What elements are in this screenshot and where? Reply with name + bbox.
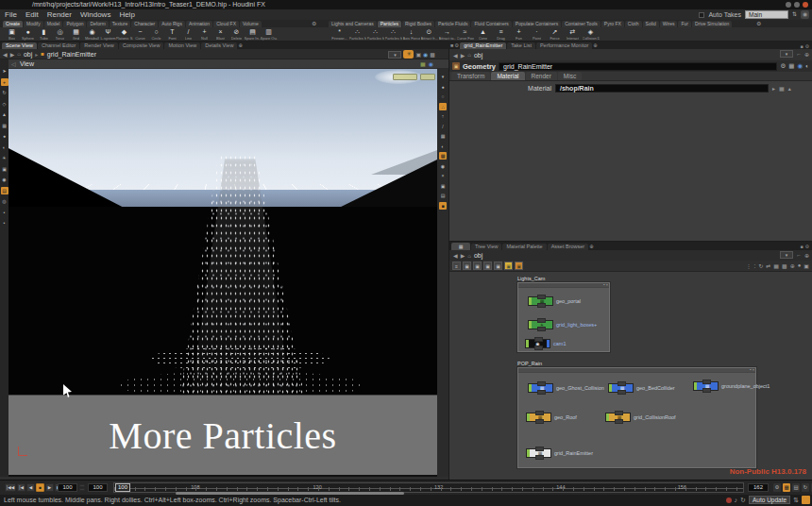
collapse-icon[interactable]: ▴ xyxy=(788,85,791,92)
shelf-tab[interactable]: Lights and Cameras xyxy=(329,21,377,27)
back-icon[interactable]: ◀ xyxy=(453,52,458,59)
shelf-tool[interactable]: ▣ Box xyxy=(4,27,20,41)
toolbar-icon[interactable]: ◇ xyxy=(1,100,8,108)
pane-tab[interactable]: grid_RainEmitter xyxy=(460,42,506,49)
shelf-tab[interactable]: Character xyxy=(131,21,158,27)
shelf-tab[interactable]: Wires xyxy=(660,21,678,27)
toolbar-icon[interactable]: ▾ xyxy=(439,73,447,80)
shelf-tool[interactable]: ▥ Spare Ou... xyxy=(261,27,277,41)
camera-overlay-button[interactable] xyxy=(393,74,417,80)
node-shape[interactable]: ◉ xyxy=(525,339,550,348)
playbar-icon[interactable]: ↻ xyxy=(802,483,809,492)
shelf-tab[interactable]: Container Tools xyxy=(562,21,601,27)
transport-button[interactable]: ▶ xyxy=(45,483,54,492)
network-view-tab[interactable]: ▦ xyxy=(451,243,470,250)
toolbar-icon[interactable]: ■ xyxy=(439,202,447,210)
shelf-tool[interactable]: ⊙ Attract fr... xyxy=(420,27,438,41)
shelf-tab[interactable]: Create xyxy=(3,21,23,27)
frame-field[interactable]: 100 xyxy=(58,483,77,492)
node-shape[interactable]: ▦ xyxy=(528,383,553,393)
network-node[interactable]: ◉ cam1 xyxy=(525,339,566,348)
gear-icon[interactable]: ⚙ xyxy=(780,61,786,71)
snapshot-button[interactable]: ✳ xyxy=(403,50,414,59)
end-frame-field[interactable]: 162 xyxy=(748,483,769,492)
toolbar-icon[interactable]: ◉ xyxy=(439,162,447,170)
toolbar-icon[interactable]: ▦ xyxy=(439,132,447,140)
memory-indicator[interactable] xyxy=(802,496,810,504)
shelf-tool[interactable]: ◎ Torus xyxy=(52,27,68,41)
menu-item[interactable]: Windows xyxy=(80,9,110,20)
pane-tab[interactable]: Asset Browser xyxy=(548,244,588,250)
toolbar-icon[interactable]: ▣ xyxy=(439,182,447,190)
network-toolbar-icon[interactable]: ↻ xyxy=(758,262,763,269)
transport-button[interactable]: |◀◀ xyxy=(5,483,16,492)
shelf-tab[interactable]: Animation xyxy=(186,21,212,27)
network-toolbar-icon[interactable]: ▣ xyxy=(804,262,809,269)
shelf-gear-icon[interactable]: ⚙ xyxy=(756,21,761,27)
param-tab[interactable]: Misc xyxy=(558,72,582,80)
network-box-pop-rain[interactable]: POP_Rain ▦ geo_Ghost_Collision xyxy=(517,361,756,468)
playbar-icon[interactable]: ⚙ xyxy=(773,483,781,492)
shelf-tool[interactable]: ▤ Spare In... xyxy=(245,27,261,41)
shelf-tool[interactable]: ↗ Force xyxy=(546,27,564,41)
node-shape[interactable]: ☀ xyxy=(528,320,553,329)
toolbar-icon[interactable]: ↻ xyxy=(1,89,8,96)
shelf-tool[interactable]: ∴ Particles fr... xyxy=(348,27,366,41)
pane-tab[interactable]: Performance Monitor xyxy=(536,42,592,49)
range-toggle-icons[interactable] xyxy=(79,484,85,491)
shelf-tab[interactable]: Cloth xyxy=(625,21,642,27)
pane-split-icon[interactable]: ■ xyxy=(450,42,453,49)
param-tab[interactable]: Material xyxy=(491,72,524,80)
range-start-field[interactable]: 100 xyxy=(88,483,108,492)
auto-takes-checkbox[interactable] xyxy=(699,12,704,18)
current-frame-marker[interactable]: 100 xyxy=(115,483,130,492)
forward-icon[interactable]: ▶ xyxy=(461,252,465,259)
close-button[interactable] xyxy=(803,2,808,8)
network-dropdown[interactable]: ▾ xyxy=(780,251,793,259)
grid-toggle-icon[interactable]: ▣ xyxy=(415,51,421,58)
toolbar-icon[interactable]: ◉ xyxy=(1,176,8,183)
pin-icon[interactable]: ⊕ xyxy=(804,51,809,58)
toolbar-icon[interactable]: × xyxy=(439,172,447,179)
take-spinner-icon[interactable]: ⇅ xyxy=(792,10,797,19)
user-icon[interactable]: ◉ xyxy=(801,10,809,19)
toolbar-icon[interactable]: ∴ xyxy=(439,103,447,110)
network-box-lights-cam[interactable]: Lights_Cam ▦ geo_portal xyxy=(517,276,610,352)
world-icon[interactable]: ◉ xyxy=(423,51,428,58)
shelf-tab[interactable]: Model xyxy=(44,21,63,27)
network-toolbar-icon[interactable]: ▣ xyxy=(494,261,502,270)
render-flag[interactable] xyxy=(547,340,550,347)
shelf-tool[interactable]: ~ Curve xyxy=(132,27,148,41)
node-shape[interactable]: ▦ xyxy=(526,448,551,458)
toolbar-icon[interactable]: ▲ xyxy=(1,110,8,118)
playbar-icon[interactable]: ▤ xyxy=(792,483,800,492)
param-dropdown[interactable]: ▾ xyxy=(780,50,793,58)
network-node[interactable]: ▦ groundplane_object1 xyxy=(693,381,770,391)
back-icon[interactable]: ◀ xyxy=(3,51,8,58)
toolbar-icon[interactable]: • xyxy=(1,209,8,216)
network-toolbar-icon[interactable]: ▣ xyxy=(473,261,482,270)
toolbar-icon[interactable]: + xyxy=(1,78,8,86)
refresh-icon[interactable]: ↻ xyxy=(740,497,746,504)
collapse-icon[interactable]: ◁ xyxy=(11,59,16,69)
shelf-tab[interactable]: Texture xyxy=(110,21,130,27)
pane-tab[interactable]: Channel Editor xyxy=(38,42,79,49)
toolbar-icon[interactable]: ▤ xyxy=(439,192,447,199)
network-node[interactable]: ▦ geo_BedCollider xyxy=(608,383,675,393)
toolbar-icon[interactable]: ● xyxy=(439,83,447,91)
undo-icon[interactable]: ← xyxy=(796,252,802,258)
pane-tab[interactable]: Material Palette xyxy=(502,244,546,250)
shelf-tool[interactable]: ○ Circle xyxy=(148,27,164,41)
shade-toggle-icon[interactable]: ▩ xyxy=(430,51,435,58)
shelf-tab[interactable]: Polygon xyxy=(63,21,86,27)
forward-icon[interactable]: ▶ xyxy=(461,52,465,59)
toolbar-icon[interactable]: ▤ xyxy=(1,187,8,194)
shelf-tool[interactable]: + Fan xyxy=(510,27,528,41)
language-icon[interactable]: ◐ xyxy=(805,61,809,71)
toolbar-icon[interactable]: ○ xyxy=(439,93,447,100)
network-toolbar-icon[interactable]: ▣ xyxy=(515,261,523,270)
playbar-icon[interactable]: ▦ xyxy=(783,483,790,492)
pane-tab[interactable]: Tree View xyxy=(471,244,501,250)
shelf-tab[interactable]: Fur xyxy=(678,21,691,27)
shelf-tool[interactable]: ∴ Particles fr... xyxy=(366,27,384,41)
